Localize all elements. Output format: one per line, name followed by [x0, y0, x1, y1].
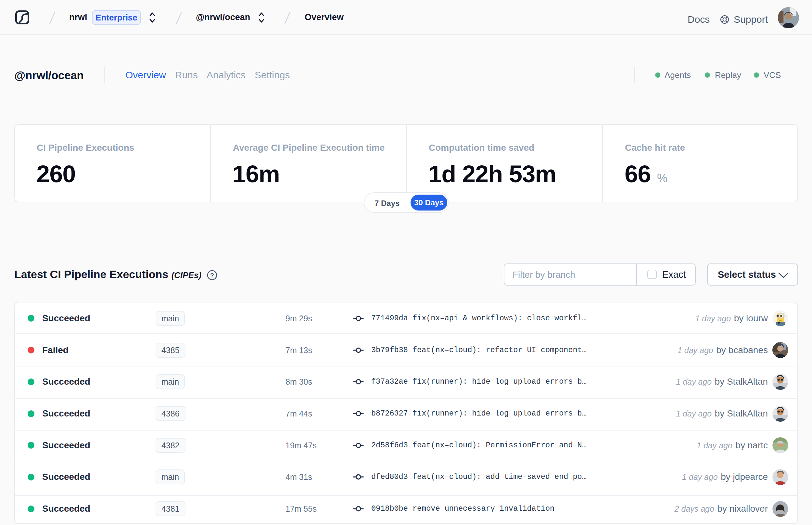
svg-text:?: ?: [210, 272, 214, 279]
